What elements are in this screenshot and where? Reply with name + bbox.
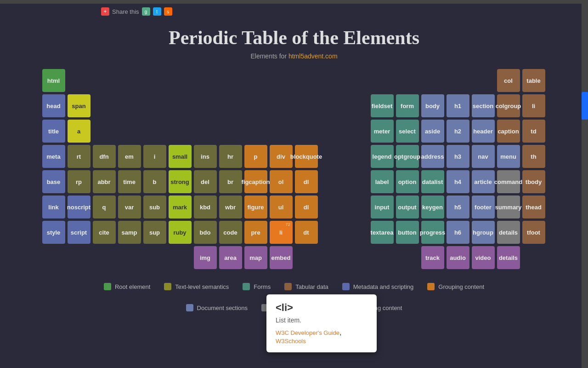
periodic-cell[interactable]: dl xyxy=(295,170,318,193)
periodic-cell[interactable]: figure xyxy=(244,196,267,218)
periodic-cell[interactable]: section xyxy=(472,94,495,117)
periodic-cell[interactable]: span xyxy=(68,94,90,117)
periodic-cell[interactable]: tbody xyxy=(522,170,545,193)
periodic-cell[interactable]: menu xyxy=(497,145,520,168)
subtitle-link[interactable]: html5advent.com xyxy=(288,52,338,60)
twitter-share-icon[interactable]: t xyxy=(153,7,161,16)
periodic-cell[interactable]: command xyxy=(497,170,520,193)
periodic-cell[interactable]: blockquote xyxy=(295,145,318,168)
periodic-cell[interactable]: output xyxy=(396,196,419,218)
periodic-cell[interactable]: small xyxy=(169,145,192,168)
periodic-cell[interactable]: wbr xyxy=(219,196,242,218)
periodic-cell[interactable]: col xyxy=(497,69,520,92)
periodic-cell[interactable]: details xyxy=(497,221,520,244)
periodic-cell[interactable]: body xyxy=(421,94,444,117)
periodic-cell[interactable]: form xyxy=(396,94,419,117)
periodic-cell[interactable]: script xyxy=(68,221,90,244)
periodic-cell[interactable]: div xyxy=(270,145,293,168)
periodic-cell[interactable]: details xyxy=(497,246,520,269)
periodic-cell[interactable]: button xyxy=(396,221,419,244)
scrollbar-thumb[interactable] xyxy=(582,92,588,120)
periodic-cell[interactable]: del xyxy=(194,170,217,193)
periodic-cell[interactable]: html xyxy=(42,69,65,92)
periodic-cell[interactable]: p xyxy=(244,145,267,168)
periodic-cell[interactable]: ins xyxy=(194,145,217,168)
periodic-cell[interactable]: samp xyxy=(118,221,141,244)
periodic-cell[interactable]: h6 xyxy=(447,221,469,244)
periodic-cell[interactable]: ruby xyxy=(169,221,192,244)
periodic-cell[interactable]: 72li xyxy=(270,221,293,244)
periodic-cell[interactable]: ol xyxy=(270,170,293,193)
periodic-cell[interactable]: meta xyxy=(42,145,65,168)
periodic-cell[interactable]: nav xyxy=(472,145,495,168)
periodic-cell[interactable]: cite xyxy=(93,221,116,244)
periodic-cell[interactable]: area xyxy=(219,246,242,269)
periodic-cell[interactable]: table xyxy=(522,69,545,92)
periodic-cell[interactable]: i xyxy=(143,145,166,168)
periodic-cell[interactable]: thead xyxy=(522,196,545,218)
periodic-cell[interactable]: head xyxy=(42,94,65,117)
periodic-cell[interactable]: hr xyxy=(219,145,242,168)
periodic-cell[interactable]: select xyxy=(396,120,419,143)
periodic-cell[interactable]: sub xyxy=(143,196,166,218)
periodic-cell[interactable]: rt xyxy=(68,145,90,168)
periodic-cell[interactable]: textarea xyxy=(371,221,394,244)
periodic-cell[interactable]: mark xyxy=(169,196,192,218)
periodic-cell[interactable]: dt xyxy=(295,221,318,244)
periodic-cell[interactable]: th xyxy=(522,145,545,168)
scrollbar[interactable] xyxy=(582,0,588,368)
periodic-cell[interactable]: var xyxy=(118,196,141,218)
periodic-cell[interactable]: em xyxy=(118,145,141,168)
periodic-cell[interactable]: caption xyxy=(497,120,520,143)
periodic-cell[interactable]: abbr xyxy=(93,170,116,193)
periodic-cell[interactable]: q xyxy=(93,196,116,218)
periodic-cell[interactable]: optgroup xyxy=(396,145,419,168)
periodic-cell[interactable]: colgroup xyxy=(497,94,520,117)
periodic-cell[interactable]: base xyxy=(42,170,65,193)
periodic-cell[interactable]: h4 xyxy=(447,170,469,193)
periodic-cell[interactable]: li xyxy=(522,94,545,117)
periodic-cell[interactable]: dfn xyxy=(93,145,116,168)
periodic-cell[interactable]: style xyxy=(42,221,65,244)
stumble-share-icon[interactable]: s xyxy=(164,7,172,16)
periodic-cell[interactable]: embed xyxy=(270,246,293,269)
periodic-cell[interactable]: legend xyxy=(371,145,394,168)
periodic-cell[interactable]: article xyxy=(472,170,495,193)
periodic-cell[interactable]: header xyxy=(472,120,495,143)
periodic-cell[interactable]: h1 xyxy=(447,94,469,117)
periodic-cell[interactable]: tfoot xyxy=(522,221,545,244)
periodic-cell[interactable]: a xyxy=(68,120,90,143)
periodic-cell[interactable]: br xyxy=(219,170,242,193)
periodic-cell[interactable]: figcaption xyxy=(244,170,267,193)
periodic-cell[interactable]: address xyxy=(421,145,444,168)
periodic-cell[interactable]: keygen xyxy=(421,196,444,218)
periodic-cell[interactable]: meter xyxy=(371,120,394,143)
periodic-cell[interactable]: hgroup xyxy=(472,221,495,244)
periodic-cell[interactable]: sup xyxy=(143,221,166,244)
periodic-cell[interactable]: track xyxy=(421,246,444,269)
periodic-cell[interactable]: footer xyxy=(472,196,495,218)
periodic-cell[interactable]: strong xyxy=(169,170,192,193)
periodic-cell[interactable]: kbd xyxy=(194,196,217,218)
periodic-cell[interactable]: dl xyxy=(295,196,318,218)
periodic-cell[interactable]: bdo xyxy=(194,221,217,244)
periodic-cell[interactable]: ul xyxy=(270,196,293,218)
periodic-cell[interactable]: option xyxy=(396,170,419,193)
tooltip-link-w3schools[interactable]: W3Schools xyxy=(276,338,306,345)
periodic-cell[interactable]: td xyxy=(522,120,545,143)
periodic-cell[interactable]: b xyxy=(143,170,166,193)
periodic-cell[interactable]: h5 xyxy=(447,196,469,218)
periodic-cell[interactable]: img xyxy=(194,246,217,269)
periodic-cell[interactable]: audio xyxy=(447,246,469,269)
periodic-cell[interactable]: title xyxy=(42,120,65,143)
periodic-cell[interactable]: progress xyxy=(421,221,444,244)
periodic-cell[interactable]: video xyxy=(472,246,495,269)
periodic-cell[interactable]: h3 xyxy=(447,145,469,168)
periodic-cell[interactable]: code xyxy=(219,221,242,244)
periodic-cell[interactable]: input xyxy=(371,196,394,218)
tooltip-link-w3c[interactable]: W3C Developer's Guide xyxy=(276,329,339,336)
periodic-cell[interactable]: fieldset xyxy=(371,94,394,117)
periodic-cell[interactable]: label xyxy=(371,170,394,193)
periodic-cell[interactable]: rp xyxy=(68,170,90,193)
periodic-cell[interactable]: map xyxy=(244,246,267,269)
